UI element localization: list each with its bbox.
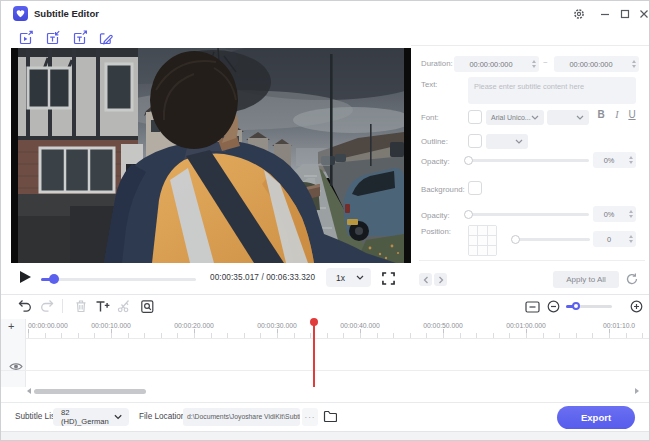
duration-tilde: ~ [543, 58, 548, 67]
timeline-section: + 00:00:00.000 00:00:10.000 00:00:20.000… [1, 294, 650, 402]
italic-button[interactable]: I [611, 109, 623, 120]
track-visibility-eye-icon[interactable] [9, 361, 23, 372]
playhead-line[interactable] [313, 321, 315, 387]
delete-subtitle-icon[interactable] [74, 299, 89, 314]
chevron-down-icon [114, 414, 122, 420]
position-slider[interactable] [514, 238, 590, 241]
outline-opacity-thumb[interactable] [464, 156, 473, 165]
export-button[interactable]: Export [557, 406, 635, 429]
file-location-input[interactable]: d:\Documents\Joyoshare VidiKit\Subtitl [183, 408, 300, 426]
ruler-tick: 00:01:10.0 [603, 322, 635, 329]
subtitle-editor-window: Subtitle Editor [0, 0, 650, 441]
outline-color-swatch[interactable] [468, 134, 482, 148]
toolbar-divider [62, 299, 63, 313]
fit-timeline-icon[interactable] [525, 301, 540, 316]
close-button[interactable] [637, 7, 650, 21]
chevron-down-icon [515, 139, 523, 144]
export-subtitle-icon[interactable] [72, 30, 88, 46]
bold-button[interactable]: B [595, 109, 607, 120]
window-title: Subtitle Editor [34, 8, 99, 19]
panel-divider [419, 260, 645, 261]
split-scissors-icon[interactable] [117, 299, 132, 314]
ruler-tick: 00:01:00.000 [506, 322, 546, 329]
position-label: Position: [421, 227, 451, 236]
font-size-dropdown[interactable] [547, 110, 589, 125]
ruler-tick: 00:00:30.000 [257, 322, 297, 329]
outline-opacity-label: Opacity: [421, 157, 450, 166]
font-family-dropdown[interactable]: Arial Unico... [486, 110, 544, 125]
edit-subtitle-icon[interactable] [98, 30, 114, 46]
minimize-button[interactable] [598, 7, 612, 21]
playback-time: 00:00:35.017 / 00:06:33.320 [210, 273, 315, 282]
browse-ellipsis-button[interactable]: ··· [302, 408, 318, 426]
import-subtitle-icon[interactable] [45, 30, 61, 46]
duration-end-stepper[interactable] [628, 56, 639, 72]
duration-end-input[interactable]: 00:00:00:000 [554, 56, 639, 72]
reset-icon[interactable] [626, 273, 638, 285]
footer-bar: Subtitle List: 82 (HD)_German File Locat… [1, 402, 650, 431]
position-grid-selector[interactable] [468, 225, 497, 256]
properties-panel: Duration: 00:00:00:000 ~ 00:00:00:000 Te… [411, 45, 650, 294]
open-video-icon[interactable] [18, 30, 34, 46]
outline-opacity-slider[interactable] [467, 159, 589, 162]
add-subtitle-button[interactable]: + [8, 320, 14, 332]
zoom-out-icon[interactable] [547, 300, 562, 315]
scroll-right-arrow[interactable] [635, 388, 639, 394]
underline-button[interactable]: U [626, 109, 638, 120]
background-opacity-input[interactable]: 0% [593, 206, 636, 222]
redo-icon[interactable] [40, 299, 55, 314]
ruler-tick: 00:00:50.000 [423, 322, 463, 329]
duration-start-stepper[interactable] [528, 56, 539, 72]
open-folder-icon[interactable] [323, 410, 337, 422]
track-divider [1, 370, 650, 371]
subtitle-list-dropdown[interactable]: 82 (HD)_German [53, 408, 129, 426]
position-thumb[interactable] [511, 235, 520, 244]
outline-label: Outline: [421, 137, 448, 146]
app-logo-icon [13, 6, 28, 21]
background-opacity-slider[interactable] [467, 213, 589, 216]
font-color-swatch[interactable] [468, 110, 482, 124]
playback-speed-dropdown[interactable]: 1x [326, 268, 371, 287]
background-opacity-label: Opacity: [421, 211, 450, 220]
ruler-tick: 00:00:40.000 [340, 322, 380, 329]
file-location-label: File Location: [139, 412, 188, 421]
outline-size-dropdown[interactable] [486, 134, 528, 149]
ruler-tick: 00:00:10.000 [91, 322, 131, 329]
undo-icon[interactable] [18, 299, 33, 314]
background-color-swatch[interactable] [468, 181, 482, 195]
horizontal-scrollbar[interactable] [34, 389, 146, 394]
chevron-down-icon [531, 115, 539, 120]
window-bottom-strip [1, 431, 650, 441]
ruler-tick: 00:00:00.000 [28, 322, 68, 329]
maximize-button[interactable] [618, 7, 632, 21]
fullscreen-icon[interactable] [382, 272, 395, 285]
outline-opacity-input[interactable]: 0% [593, 152, 636, 168]
apply-to-all-button[interactable]: Apply to All [553, 271, 619, 288]
search-subtitle-icon[interactable] [140, 299, 155, 314]
chevron-down-icon [356, 275, 364, 280]
playback-slider[interactable] [41, 278, 196, 281]
zoom-in-icon[interactable] [630, 300, 645, 315]
playhead-knob[interactable] [310, 318, 318, 326]
background-label: Background: [421, 185, 465, 194]
position-input[interactable]: 0 [593, 231, 636, 247]
duration-label: Duration: [421, 59, 453, 68]
duration-start-input[interactable]: 00:00:00:000 [454, 56, 539, 72]
text-label: Text: [421, 80, 437, 89]
video-preview[interactable] [11, 48, 411, 263]
next-subtitle-button[interactable] [434, 273, 447, 286]
ruler-tick: 00:00:20.000 [174, 322, 214, 329]
add-text-icon[interactable] [95, 299, 110, 314]
playback-slider-thumb[interactable] [49, 274, 59, 284]
video-frame [18, 48, 404, 263]
play-button[interactable] [20, 271, 31, 283]
timeline-ruler[interactable]: 00:00:00.000 00:00:10.000 00:00:20.000 0… [26, 319, 650, 339]
timeline-zoom-thumb[interactable] [572, 302, 580, 310]
background-opacity-thumb[interactable] [464, 210, 473, 219]
subtitle-text-input[interactable] [468, 77, 636, 104]
previous-subtitle-button[interactable] [419, 273, 432, 286]
font-label: Font: [421, 113, 439, 122]
settings-gear-icon[interactable] [572, 7, 586, 21]
scroll-left-arrow[interactable] [27, 388, 31, 394]
chevron-down-icon [576, 115, 584, 120]
